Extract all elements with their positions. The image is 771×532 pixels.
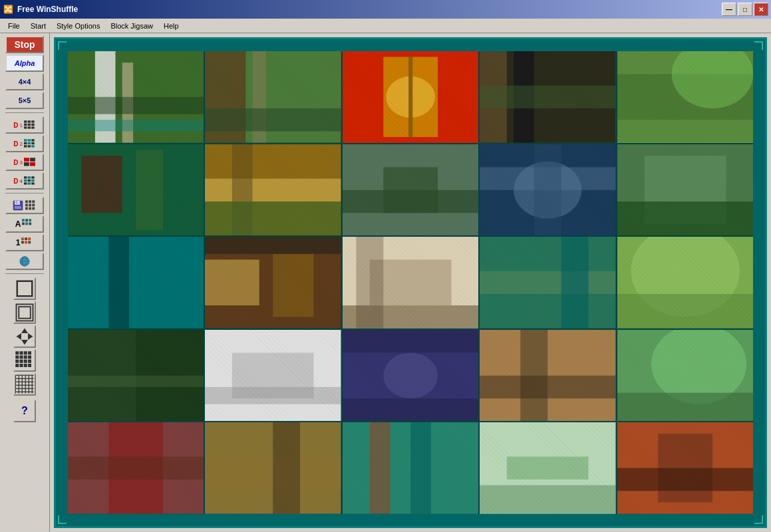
- svg-point-151: [631, 237, 740, 317]
- help-button[interactable]: ?: [13, 400, 36, 422]
- double-square-button[interactable]: [13, 301, 36, 324]
- svg-rect-20: [24, 162, 29, 166]
- corner-tr: [753, 41, 764, 51]
- grid4-button[interactable]: 4×4: [5, 73, 44, 90]
- tile-17[interactable]: [205, 330, 341, 422]
- svg-rect-46: [29, 219, 32, 221]
- tile-2[interactable]: [205, 51, 341, 143]
- svg-rect-182: [480, 422, 615, 514]
- menu-help[interactable]: Help: [158, 21, 184, 31]
- tile-6[interactable]: [68, 144, 204, 236]
- svg-rect-186: [617, 422, 753, 514]
- d2-button[interactable]: D 2: [5, 135, 44, 152]
- stop-button[interactable]: Stop: [5, 36, 44, 53]
- d4-button[interactable]: D 4: [5, 172, 44, 190]
- svg-rect-67: [20, 351, 23, 354]
- svg-rect-119: [205, 178, 341, 201]
- close-button[interactable]: ✕: [754, 3, 768, 16]
- grid5-button[interactable]: 5×5: [5, 92, 44, 109]
- svg-rect-138: [205, 260, 259, 306]
- svg-rect-125: [343, 190, 478, 212]
- letter-button[interactable]: A: [5, 215, 44, 233]
- svg-rect-14: [31, 142, 35, 144]
- menu-file[interactable]: File: [3, 21, 25, 31]
- tile-16[interactable]: [68, 330, 204, 422]
- svg-rect-44: [22, 219, 25, 221]
- large-grid-button[interactable]: [13, 373, 36, 396]
- svg-rect-164: [480, 330, 615, 422]
- tile-15[interactable]: [617, 237, 753, 329]
- tile-5[interactable]: [617, 51, 753, 143]
- app-title: Free WinShuffle: [17, 5, 722, 14]
- svg-rect-76: [24, 360, 27, 363]
- svg-rect-153: [68, 330, 204, 422]
- tile-9[interactable]: [480, 144, 615, 236]
- svg-rect-116: [81, 156, 122, 213]
- tile-23[interactable]: [343, 422, 478, 514]
- svg-rect-22: [24, 176, 27, 178]
- tile-3[interactable]: [343, 51, 478, 143]
- tile-10[interactable]: [617, 144, 753, 236]
- svg-rect-137: [205, 237, 341, 329]
- tile-20[interactable]: [617, 330, 753, 422]
- tile-25[interactable]: [617, 422, 753, 514]
- tile-8[interactable]: [343, 144, 478, 236]
- menu-style-options[interactable]: Style Options: [51, 21, 105, 31]
- maximize-button[interactable]: □: [738, 3, 752, 16]
- tile-21[interactable]: [68, 422, 204, 514]
- save-button[interactable]: [5, 197, 44, 214]
- svg-point-105: [386, 76, 435, 118]
- svg-rect-11: [31, 139, 35, 141]
- svg-rect-188: [658, 434, 712, 503]
- svg-rect-146: [480, 237, 615, 329]
- svg-marker-65: [28, 333, 33, 340]
- single-square-button[interactable]: [13, 277, 36, 300]
- svg-point-168: [651, 330, 746, 404]
- tile-24[interactable]: [480, 422, 615, 514]
- d3-button[interactable]: D 3: [5, 154, 44, 171]
- svg-rect-184: [507, 457, 589, 479]
- menu-start[interactable]: Start: [25, 21, 51, 31]
- number-button[interactable]: 1: [5, 234, 44, 251]
- svg-rect-160: [343, 330, 478, 422]
- svg-rect-131: [617, 144, 753, 236]
- tile-13[interactable]: [343, 237, 478, 329]
- svg-rect-19: [30, 158, 35, 162]
- svg-rect-2: [31, 120, 35, 122]
- separator-3: [5, 273, 44, 274]
- arrows-button[interactable]: [13, 325, 36, 348]
- svg-rect-157: [205, 330, 341, 422]
- svg-rect-6: [24, 126, 27, 128]
- svg-rect-10: [27, 139, 31, 141]
- world-button[interactable]: [5, 253, 44, 270]
- tile-7[interactable]: [205, 144, 341, 236]
- tile-4[interactable]: [480, 51, 615, 143]
- tile-12[interactable]: [205, 237, 341, 329]
- alpha-button[interactable]: Alpha: [5, 55, 44, 72]
- tile-11[interactable]: [68, 237, 204, 329]
- small-grid-button[interactable]: [13, 349, 36, 372]
- svg-rect-70: [15, 356, 19, 359]
- tile-14[interactable]: [480, 237, 615, 329]
- svg-rect-45: [25, 219, 28, 221]
- svg-rect-16: [27, 145, 31, 147]
- svg-rect-147: [480, 237, 615, 329]
- svg-rect-121: [205, 201, 341, 236]
- svg-rect-23: [27, 176, 31, 178]
- svg-rect-26: [27, 180, 31, 182]
- mosaic-container[interactable]: [54, 37, 767, 528]
- svg-rect-135: [68, 237, 204, 329]
- tile-18[interactable]: [343, 330, 478, 422]
- tile-1[interactable]: [68, 51, 204, 143]
- menu-block-jigsaw[interactable]: Block Jigsaw: [105, 21, 158, 31]
- svg-rect-100: [205, 51, 245, 143]
- svg-rect-43: [32, 207, 35, 210]
- svg-rect-123: [343, 144, 478, 236]
- svg-rect-136: [108, 237, 129, 329]
- tile-19[interactable]: [480, 330, 615, 422]
- d1-button[interactable]: D 1: [5, 116, 44, 134]
- svg-rect-49: [29, 222, 32, 225]
- tile-22[interactable]: [205, 422, 341, 514]
- minimize-button[interactable]: —: [722, 3, 736, 16]
- svg-rect-40: [32, 203, 35, 206]
